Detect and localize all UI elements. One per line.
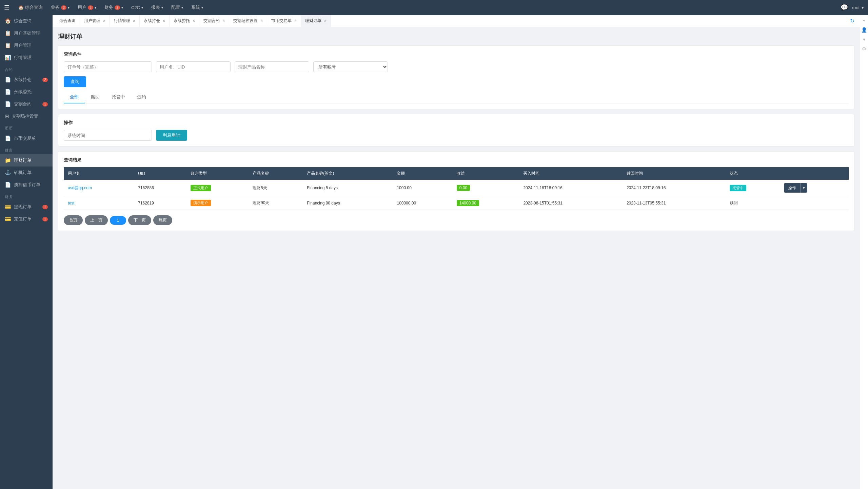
product-name-input[interactable] [235, 61, 309, 72]
nav-menu: 🏠 综合查询 业务 3 ▾ 用户 3 ▾ 财务 2 ▾ C2C ▾ 报表 ▾ 配… [15, 3, 841, 12]
cell-buy-time: 2024-11-18T18:09:16 [519, 180, 623, 196]
chevron-down-icon[interactable]: ▾ [863, 37, 865, 42]
results-table: 用户名 UID 账户类型 产品名称 产品名称(英文) 金额 收益 买入时间 赎回… [64, 167, 849, 210]
layout: 🏠 综合查询 📋 用户基础管理 📋 用户管理 📊 行情管理 合约 📄 永续持仓 … [0, 15, 868, 489]
cell-account-type: 正式用户 [186, 180, 249, 196]
account-select[interactable]: 所有账号 [313, 61, 388, 72]
page-btn-prev[interactable]: 上一页 [85, 215, 108, 225]
tab-close-icon[interactable]: × [193, 19, 195, 23]
sidebar-item-tixian-dingdan[interactable]: 💳 提现订单 1 [0, 201, 53, 213]
ops-row: 利息重计 [64, 130, 849, 141]
order-no-input[interactable] [64, 61, 152, 72]
username-link[interactable]: asd@qq.com [68, 185, 92, 190]
table-row: test 7162819 演示用户 理财90天 Financing 90 day… [64, 196, 849, 210]
username-uid-input[interactable] [156, 61, 231, 72]
gear-icon[interactable]: ⚙ [862, 46, 866, 52]
sidebar-item-zonghe[interactable]: 🏠 综合查询 [0, 15, 53, 27]
col-action [780, 167, 849, 180]
sidebar-item-licai-dingdan[interactable]: 📁 理财订单 [0, 154, 53, 167]
col-username: 用户名 [64, 167, 134, 180]
col-redeem-time: 赎回时间 [623, 167, 726, 180]
filter-tabs: 全部 赎回 托管中 违约 [64, 91, 849, 103]
tab-shibi-jiaoyidan[interactable]: 市币交易单 × [267, 15, 301, 27]
filter-tab-wiyue[interactable]: 违约 [131, 91, 152, 103]
tab-jiaohuo-hetong[interactable]: 交割合约 × [199, 15, 229, 27]
nav-item-caiwu[interactable]: 财务 2 ▾ [101, 3, 126, 12]
action-dropdown-button[interactable]: ▾ [800, 183, 807, 193]
operations-panel-title: 操作 [64, 120, 849, 126]
sidebar-item-jiaohui-changkong[interactable]: ⊞ 交割场控设置 [0, 110, 53, 122]
sidebar-item-yongxu-wei[interactable]: 📄 永续委托 [0, 86, 53, 98]
user-info[interactable]: root ▾ [852, 5, 864, 10]
action-button[interactable]: 操作 [784, 183, 800, 193]
top-nav-right: 💬 root ▾ [841, 4, 864, 11]
page-title: 理财订单 [58, 33, 854, 41]
sidebar-item-chongzhi-dingdan[interactable]: 💳 充值订单 1 [0, 213, 53, 225]
sidebar-item-yonghu-jichu[interactable]: 📋 用户基础管理 [0, 27, 53, 39]
chevron-down-icon: ▾ [68, 6, 70, 9]
sidebar-item-zhiyajie-bi[interactable]: 📄 质押借币订单 [0, 179, 53, 191]
tab-close-icon[interactable]: × [260, 19, 263, 23]
sidebar-section-bibi: 币币 [0, 122, 53, 132]
col-amount: 金额 [393, 167, 452, 180]
plus-icon[interactable]: + [863, 18, 865, 23]
tab-zonghe[interactable]: 综合查询 [55, 15, 80, 27]
filter-tab-shuhui[interactable]: 赎回 [85, 91, 106, 103]
nav-item-baobiao[interactable]: 报表 ▾ [148, 3, 166, 12]
filter-tab-all[interactable]: 全部 [64, 91, 85, 103]
results-title: 查询结果 [64, 157, 849, 163]
tab-close-icon[interactable]: × [294, 19, 297, 23]
search-form-row: 所有账号 [64, 61, 849, 72]
nav-item-yewu[interactable]: 业务 3 ▾ [47, 3, 73, 12]
tab-yongxu-chi[interactable]: 永续持仓 × [140, 15, 170, 27]
cell-uid: 7162819 [134, 196, 186, 210]
system-time-input[interactable] [64, 130, 152, 141]
cell-account-type: 演示用户 [186, 196, 249, 210]
cell-status: 赎回 [726, 196, 780, 210]
page-btn-1[interactable]: 1 [110, 216, 126, 225]
tab-jiaohui-changkong[interactable]: 交割场控设置 × [229, 15, 267, 27]
username-link[interactable]: test [68, 201, 74, 206]
tab-hangqing[interactable]: 行情管理 × [110, 15, 140, 27]
nav-item-c2c[interactable]: C2C ▾ [128, 4, 146, 12]
home-icon: 🏠 [18, 5, 24, 10]
page-btn-next[interactable]: 下一页 [128, 215, 151, 225]
tab-yongxu-wei[interactable]: 永续委托 × [170, 15, 199, 27]
sidebar-item-yonghu-guanli[interactable]: 📋 用户管理 [0, 39, 53, 52]
tab-close-icon[interactable]: × [163, 19, 165, 23]
page-btn-first[interactable]: 首页 [64, 215, 83, 225]
filter-tab-tuoguan[interactable]: 托管中 [106, 91, 131, 103]
sidebar-item-hangqing[interactable]: 📊 行情管理 [0, 52, 53, 64]
doc-icon: 📄 [5, 77, 11, 83]
sidebar-item-kuangji-dingdan[interactable]: ⚓ 矿机订单 [0, 167, 53, 179]
main-content: 理财订单 查询条件 所有账号 查询 全部 赎回 托 [53, 27, 860, 489]
col-status: 状态 [726, 167, 780, 180]
doc-icon: 📄 [5, 135, 11, 141]
income-badge: 14000.00 [457, 200, 479, 206]
nav-item-peizhi[interactable]: 配置 ▾ [168, 3, 186, 12]
chat-icon[interactable]: 💬 [841, 4, 848, 11]
sidebar-item-yongxu-chi[interactable]: 📄 永续持仓 2 [0, 74, 53, 86]
sidebar: 🏠 综合查询 📋 用户基础管理 📋 用户管理 📊 行情管理 合约 📄 永续持仓 … [0, 15, 53, 489]
person-icon[interactable]: 👤 [861, 27, 867, 33]
doc-icon: 📄 [5, 101, 11, 107]
tab-close-icon[interactable]: × [324, 19, 327, 23]
sidebar-item-shibi-jiaoyidan[interactable]: 📄 市币交易单 [0, 132, 53, 144]
search-button[interactable]: 查询 [64, 76, 86, 87]
results-panel: 查询结果 用户名 UID 账户类型 产品名称 产品名称(英文) 金额 收益 买入… [58, 151, 854, 231]
nav-item-yonghu[interactable]: 用户 3 ▾ [74, 3, 100, 12]
sidebar-item-jiaohuo-hetong[interactable]: 📄 交割合约 1 [0, 98, 53, 110]
hamburger-icon[interactable]: ☰ [4, 4, 9, 11]
page-btn-last[interactable]: 尾页 [153, 215, 172, 225]
tab-licai-dingdan[interactable]: 理财订单 × [301, 15, 331, 27]
tab-close-icon[interactable]: × [222, 19, 225, 23]
refresh-icon[interactable]: ↻ [847, 18, 857, 24]
tab-close-icon[interactable]: × [103, 19, 105, 23]
tab-close-icon[interactable]: × [133, 19, 135, 23]
nav-item-zonghe[interactable]: 🏠 综合查询 [15, 3, 46, 12]
nav-item-xitong[interactable]: 系统 ▾ [188, 3, 206, 12]
cell-action: 操作 ▾ [780, 180, 849, 196]
tab-yonghu-guanli[interactable]: 用户管理 × [80, 15, 110, 27]
recalc-button[interactable]: 利息重计 [156, 130, 187, 141]
cell-product-name: 理财90天 [249, 196, 303, 210]
